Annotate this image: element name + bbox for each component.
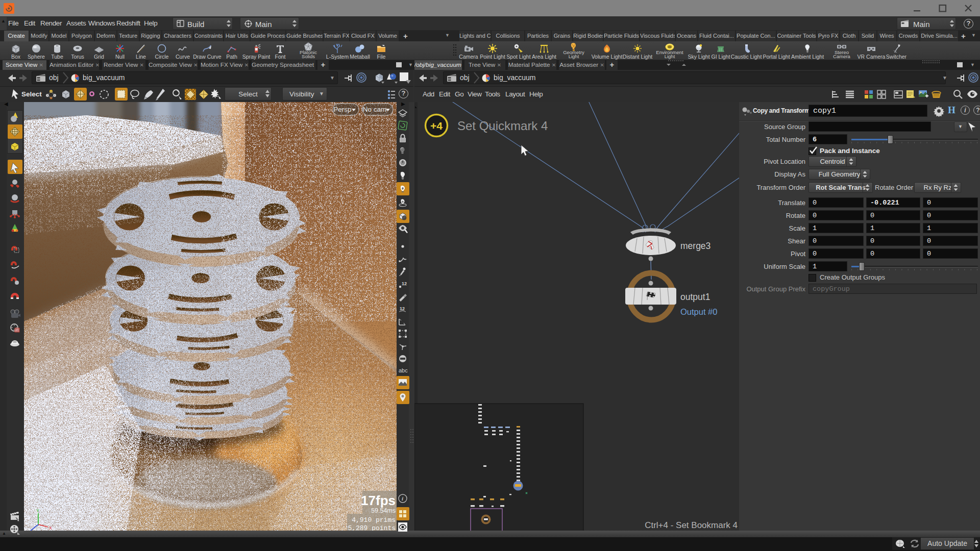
- svg-text:output1: output1: [680, 292, 710, 302]
- svg-text:merge3: merge3: [680, 241, 710, 251]
- svg-text:Ctrl+4 - Set Bookmark 4: Ctrl+4 - Set Bookmark 4: [645, 520, 738, 530]
- svg-text:abc: abc: [399, 367, 408, 373]
- svg-text:X: X: [49, 525, 52, 531]
- svg-text:12: 12: [400, 306, 405, 311]
- svg-text:17fps: 17fps: [361, 493, 396, 508]
- svg-text:12: 12: [402, 281, 407, 286]
- svg-text:59.54ms: 59.54ms: [371, 507, 396, 514]
- svg-text:Set Quickmark 4: Set Quickmark 4: [457, 119, 548, 133]
- svg-text:+4: +4: [430, 120, 443, 132]
- svg-text:No cam: No cam: [363, 106, 387, 113]
- svg-text:4,910 prims: 4,910 prims: [352, 516, 396, 524]
- svg-text:i: i: [402, 495, 404, 502]
- svg-text:Persp: Persp: [333, 106, 351, 113]
- svg-text:Output #0: Output #0: [680, 307, 717, 316]
- svg-text:Y: Y: [36, 508, 39, 513]
